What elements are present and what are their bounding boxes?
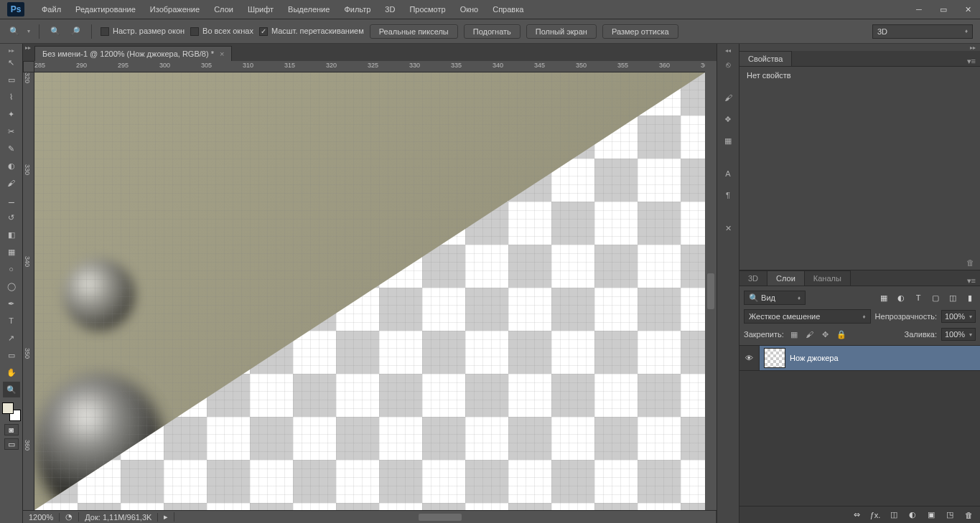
panel-icon-styles[interactable]: ▦ xyxy=(719,131,737,150)
lock-position-icon[interactable]: ✥ xyxy=(820,329,831,340)
layer-mask-icon[interactable]: ◫ xyxy=(888,510,900,519)
panel-icon-history[interactable]: ⎋ xyxy=(719,55,737,74)
mid-collapse[interactable]: ◂◂ xyxy=(717,47,739,54)
properties-trash-icon[interactable]: 🗑 xyxy=(966,258,974,267)
history-brush-tool[interactable]: ↺ xyxy=(3,209,20,225)
hand-tool[interactable]: ✋ xyxy=(3,364,20,380)
healing-tool[interactable]: ◐ xyxy=(3,158,20,174)
workspace-dropdown[interactable]: 3D♦ xyxy=(872,24,973,39)
horizontal-scrollbar[interactable] xyxy=(174,511,717,524)
filter-shape-icon[interactable]: ▢ xyxy=(930,292,941,303)
color-swatches[interactable] xyxy=(2,402,21,421)
delete-layer-icon[interactable]: 🗑 xyxy=(963,511,974,519)
full-screen-button[interactable]: Полный экран xyxy=(526,24,597,39)
type-tool[interactable]: T xyxy=(3,313,20,329)
filter-adjust-icon[interactable]: ◐ xyxy=(895,292,907,303)
link-layers-icon[interactable]: ⇔ xyxy=(851,510,862,519)
print-size-button[interactable]: Размер оттиска xyxy=(602,24,678,39)
menu-select[interactable]: Выделение xyxy=(281,5,337,14)
dodge-tool[interactable]: ◯ xyxy=(3,278,20,294)
canvas[interactable] xyxy=(34,72,705,510)
filter-toggle[interactable]: ▮ xyxy=(964,292,976,303)
doc-info[interactable]: Док: 1,11M/961,3K xyxy=(79,513,158,522)
document-tab[interactable]: Без имени-1 @ 1200% (Нож джокера, RGB/8)… xyxy=(34,46,232,61)
tab-layers[interactable]: Слои xyxy=(767,270,805,286)
panel-icon-swatches[interactable]: ❖ xyxy=(719,110,737,128)
path-tool[interactable]: ↗ xyxy=(3,330,20,346)
menu-3d[interactable]: 3D xyxy=(378,5,402,14)
new-layer-icon[interactable]: ◳ xyxy=(944,510,956,519)
shape-tool[interactable]: ▭ xyxy=(3,347,20,363)
foreground-color[interactable] xyxy=(2,402,14,414)
layers-menu-icon[interactable]: ▾≡ xyxy=(963,276,980,286)
vertical-ruler[interactable]: 320330340350360 xyxy=(23,72,34,510)
blend-mode-dropdown[interactable]: Жесткое смешение♦ xyxy=(744,309,871,324)
panel-icon-character[interactable]: A xyxy=(719,164,737,183)
menu-type[interactable]: Шрифт xyxy=(241,5,281,14)
ruler-origin[interactable] xyxy=(23,61,34,72)
horizontal-ruler[interactable]: 2852902953003053103153203253303353403453… xyxy=(34,61,705,72)
crop-tool[interactable]: ✂ xyxy=(3,123,20,139)
filter-smart-icon[interactable]: ◫ xyxy=(947,292,958,303)
layer-thumbnail[interactable] xyxy=(764,348,785,368)
menu-view[interactable]: Просмотр xyxy=(402,5,452,14)
panel-icon-brush[interactable]: 🖌 xyxy=(719,88,737,107)
opacity-input[interactable]: 100%▾ xyxy=(941,310,976,323)
zoom-level[interactable]: 1200% xyxy=(23,513,60,522)
layer-item[interactable]: 👁 Нож джокера xyxy=(739,345,980,371)
menu-window[interactable]: Окно xyxy=(453,5,486,14)
panel-icon-adjustments[interactable]: ✕ xyxy=(719,219,737,237)
resize-windows-checkbox[interactable]: Настр. размер окон xyxy=(101,27,185,36)
tab-channels[interactable]: Каналы xyxy=(805,270,851,286)
lock-pixels-icon[interactable]: 🖌 xyxy=(804,329,816,340)
toolbox-collapse[interactable]: ▸▸ xyxy=(1,47,22,54)
fit-screen-button[interactable]: Подогнать xyxy=(464,24,521,39)
group-icon[interactable]: ▣ xyxy=(925,510,937,519)
menu-filter[interactable]: Фильтр xyxy=(337,5,378,14)
screenmode-button[interactable]: ▭ xyxy=(4,438,19,450)
layer-name[interactable]: Нож джокера xyxy=(790,354,839,362)
move-tool[interactable]: ↖ xyxy=(3,55,20,70)
doc-collapse[interactable]: ▸▸ xyxy=(23,44,33,51)
filter-pixel-icon[interactable]: ▦ xyxy=(878,292,890,303)
menu-edit[interactable]: Редактирование xyxy=(68,5,143,14)
layer-fx-icon[interactable]: ƒx. xyxy=(869,511,881,519)
panels-collapse[interactable]: ▸▸ xyxy=(739,44,980,51)
status-arrow[interactable]: ▸ xyxy=(158,512,174,522)
window-maximize-button[interactable]: ▭ xyxy=(933,2,954,17)
close-tab-icon[interactable]: × xyxy=(220,50,224,58)
lock-transparency-icon[interactable]: ▦ xyxy=(788,329,800,340)
panel-icon-paragraph[interactable]: ¶ xyxy=(719,186,737,204)
lasso-tool[interactable]: ⌇ xyxy=(3,89,20,105)
window-close-button[interactable]: ✕ xyxy=(957,2,979,17)
tab-3d[interactable]: 3D xyxy=(739,270,767,286)
properties-menu-icon[interactable]: ▾≡ xyxy=(963,57,980,66)
menu-image[interactable]: Изображение xyxy=(143,5,207,14)
menu-file[interactable]: Файл xyxy=(34,5,68,14)
all-windows-checkbox[interactable]: Во всех окнах xyxy=(190,27,253,36)
eraser-tool[interactable]: ◧ xyxy=(3,227,20,242)
gradient-tool[interactable]: ▦ xyxy=(3,244,20,260)
zoom-out-icon[interactable]: 🔎 xyxy=(68,24,83,39)
brush-tool[interactable]: 🖌 xyxy=(3,175,20,191)
fill-input[interactable]: 100%▾ xyxy=(941,328,976,341)
adjustment-layer-icon[interactable]: ◐ xyxy=(907,510,918,519)
status-icon[interactable]: ◔ xyxy=(60,512,79,522)
magic-wand-tool[interactable]: ✦ xyxy=(3,106,20,122)
menu-layers[interactable]: Слои xyxy=(207,5,241,14)
eyedropper-tool[interactable]: ✎ xyxy=(3,141,20,156)
stamp-tool[interactable]: ⚊ xyxy=(3,192,20,208)
zoom-tool[interactable]: 🔍 xyxy=(3,382,20,397)
filter-type-icon[interactable]: T xyxy=(913,292,924,303)
layer-filter-dropdown[interactable]: 🔍 Вид♦ xyxy=(744,291,806,305)
actual-pixels-button[interactable]: Реальные пикселы xyxy=(370,24,458,39)
quickmask-button[interactable]: ◙ xyxy=(4,424,19,435)
scrubby-zoom-checkbox[interactable]: Масшт. перетаскиванием xyxy=(259,27,364,36)
menu-help[interactable]: Справка xyxy=(485,5,531,14)
vertical-scrollbar[interactable] xyxy=(705,72,717,510)
properties-tab[interactable]: Свойства xyxy=(739,51,792,66)
layer-visibility-icon[interactable]: 👁 xyxy=(739,346,760,370)
zoom-in-icon[interactable]: 🔍 xyxy=(48,24,62,39)
pen-tool[interactable]: ✒ xyxy=(3,296,20,311)
blur-tool[interactable]: ○ xyxy=(3,261,20,277)
